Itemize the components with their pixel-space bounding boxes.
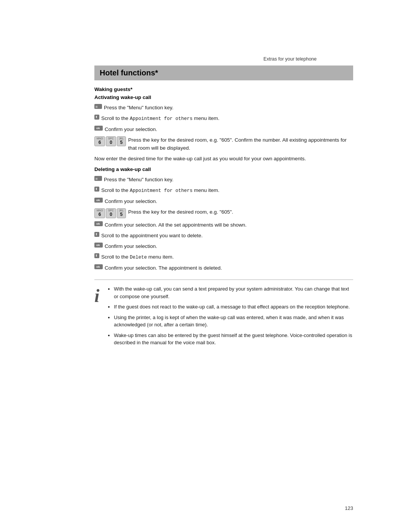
activating-para: Now enter the desired time for the wake-… [94, 155, 353, 163]
scroll-icon-4 [94, 253, 101, 258]
deleting-step-9: Confirm your selection. The appointment … [94, 264, 353, 272]
del-step-9-text: Confirm your selection. The appointment … [105, 264, 353, 272]
deleting-step-2: Scroll to the Appointment for others men… [94, 187, 353, 195]
ok-button-icon [94, 126, 103, 131]
step-2-text: Scroll to the Appointment for others men… [101, 115, 353, 123]
deleting-step-6: Scroll to the appointment you want to de… [94, 232, 353, 240]
key-group-605: MNO 6 SPC 0 JKL 5 [94, 136, 126, 146]
info-bullet-1: With the wake-up call, you can send a te… [114, 285, 353, 300]
key-5: JKL 5 [117, 136, 126, 146]
info-bullet-3: Using the printer, a log is kept of when… [114, 314, 353, 329]
menu-icon-2 [94, 176, 104, 181]
keys-605-icon-2: MNO 6 SPC 0 JKL 5 [94, 208, 128, 218]
info-bullets: With the wake-up call, you can send a te… [106, 285, 353, 350]
del-step-1-text: Press the "Menu" function key. [104, 176, 353, 184]
del-step-7-text: Confirm your selection. [105, 243, 353, 250]
key-5-label: 5 [120, 140, 123, 145]
del-step-8-text: Scroll to the Delete menu item. [101, 253, 353, 261]
step-4-text: Press the key for the desired room, e.g.… [128, 136, 353, 152]
key-5-top: JKL [119, 137, 124, 140]
page-header: Extras for your telephone [263, 56, 317, 62]
ok-button-icon-3 [94, 221, 103, 226]
del-step-5-text: Confirm your selection. All the set appo… [105, 221, 353, 229]
key-5b-label: 5 [120, 212, 123, 217]
info-icon: i [94, 287, 99, 305]
key-0: SPC 0 [106, 136, 116, 146]
key-6b-label: 6 [99, 212, 101, 217]
deleting-step-1: Press the "Menu" function key. [94, 176, 353, 184]
key-0-label: 0 [110, 140, 112, 145]
ok-icon-5 [94, 264, 105, 269]
step-1-text: Press the "Menu" function key. [104, 104, 353, 112]
ok-icon-4 [94, 243, 105, 248]
info-bullet-4: Wake-up times can also be entered by the… [114, 332, 353, 347]
deleting-heading: Deleting a wake-up call [94, 166, 353, 172]
deleting-step-3: Confirm your selection. [94, 198, 353, 205]
key-6-top: MNO [97, 137, 103, 140]
ok-button-icon-5 [94, 264, 103, 269]
ok-button-icon-2 [94, 198, 103, 203]
del-step-6-text: Scroll to the appointment you want to de… [101, 232, 353, 240]
del-step-2-text: Scroll to the Appointment for others men… [101, 187, 353, 195]
key-5-b: JKL 5 [117, 208, 126, 218]
scroll-icon-1 [94, 115, 101, 120]
nav-button-icon-3 [94, 232, 99, 237]
del-step-4-text: Press the key for the desired room, e.g.… [128, 208, 353, 216]
key-5b-top: JKL [119, 209, 124, 212]
ok-icon-1 [94, 126, 105, 131]
activating-step-1: Press the "Menu" function key. [94, 104, 353, 112]
key-6-label: 6 [99, 140, 101, 145]
activating-step-4: MNO 6 SPC 0 JKL 5 Press the key for the … [94, 136, 353, 152]
menu-icon-1 [94, 104, 104, 109]
key-6b-top: MNO [97, 209, 103, 212]
section-title-bar: Hotel functions* [94, 66, 353, 80]
nav-button-icon-2 [94, 187, 99, 192]
key-0-top: SPC [108, 137, 113, 140]
key-group-605-2: MNO 6 SPC 0 JKL 5 [94, 208, 126, 218]
ok-icon-3 [94, 221, 105, 226]
key-6-b: MNO 6 [94, 208, 105, 218]
page-number: 123 [345, 505, 353, 511]
deleting-step-8: Scroll to the Delete menu item. [94, 253, 353, 261]
key-0b-top: SPC [108, 209, 113, 212]
step-3-text: Confirm your selection. [105, 126, 353, 133]
ok-icon-2 [94, 198, 105, 203]
deleting-step-7: Confirm your selection. [94, 243, 353, 250]
deleting-step-4: MNO 6 SPC 0 JKL 5 Press the key for the … [94, 208, 353, 218]
activating-heading: Activating wake-up call [94, 94, 353, 100]
scroll-icon-2 [94, 187, 101, 192]
menu-button-icon [94, 104, 102, 109]
content-area: Hotel functions* Waking guests* Activati… [94, 66, 353, 350]
info-bullet-2: If the guest does not react to the wake-… [114, 303, 353, 311]
menu-button-icon-2 [94, 176, 102, 181]
scroll-icon-3 [94, 232, 101, 237]
ok-button-icon-4 [94, 243, 103, 248]
nav-button-icon-4 [94, 253, 99, 258]
deleting-step-5: Confirm your selection. All the set appo… [94, 221, 353, 229]
key-0b-label: 0 [110, 212, 112, 217]
nav-button-icon [94, 115, 99, 120]
info-section: i With the wake-up call, you can send a … [94, 280, 353, 350]
activating-step-3: Confirm your selection. [94, 126, 353, 133]
key-0-b: SPC 0 [106, 208, 116, 218]
keys-605-icon-1: MNO 6 SPC 0 JKL 5 [94, 136, 128, 146]
key-6: MNO 6 [94, 136, 105, 146]
page-container: Extras for your telephone Hotel function… [0, 0, 411, 532]
waking-guests-heading: Waking guests* [94, 86, 353, 92]
del-step-3-text: Confirm your selection. [105, 198, 353, 205]
section-title: Hotel functions* [100, 69, 348, 77]
header-text: Extras for your telephone [263, 56, 317, 62]
activating-step-2: Scroll to the Appointment for others men… [94, 115, 353, 123]
